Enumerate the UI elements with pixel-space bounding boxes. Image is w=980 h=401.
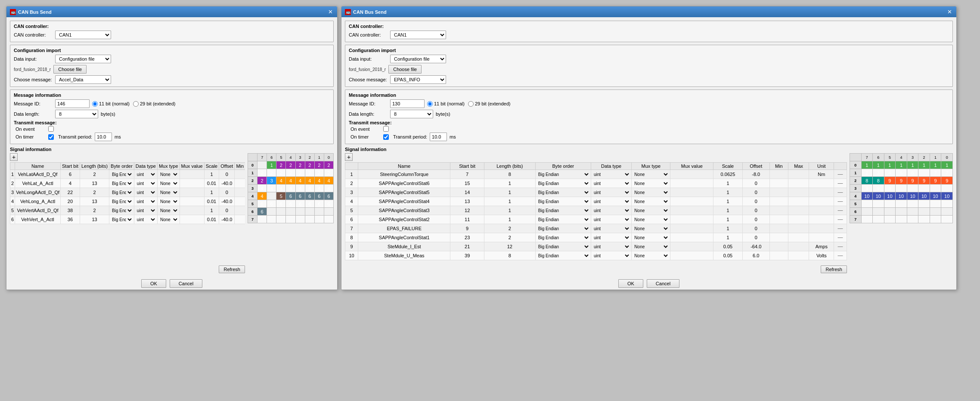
right-row-remove[interactable]: —: [834, 170, 847, 179]
left-on-timer-checkbox[interactable]: [48, 134, 54, 140]
right-add-signal-button[interactable]: +: [345, 153, 353, 161]
right-msg-id-input[interactable]: [390, 99, 425, 108]
right-row-max: [788, 224, 809, 233]
right-row-remove[interactable]: —: [834, 233, 847, 242]
left-row-datatype: uint: [134, 188, 157, 197]
right-row-max: [788, 251, 809, 260]
left-row-muxval: [180, 215, 204, 224]
right-bit-grid-row: 6: [850, 208, 953, 216]
right-controller-field-label: CAN controller:: [349, 32, 388, 37]
right-row-remove[interactable]: —: [834, 242, 847, 251]
right-file-name: ford_fusion_2018_r: [349, 67, 386, 72]
left-choose-message-label: Choose message:: [14, 77, 53, 82]
right-row-remove[interactable]: —: [834, 215, 847, 224]
left-row-byteorder: Big Endian: [109, 188, 134, 197]
left-29bit-radio[interactable]: [133, 101, 139, 107]
right-ok-button[interactable]: OK: [618, 279, 643, 288]
left-col-byteorder: Byte order: [109, 163, 134, 170]
left-row-name: VehVertAActl_D_Qf: [15, 206, 61, 215]
right-row-scale: 0.0625: [713, 170, 742, 179]
left-11bit-radio[interactable]: [92, 101, 98, 107]
right-row-length: 8: [484, 251, 535, 260]
right-row-remove[interactable]: —: [834, 251, 847, 260]
left-11bit-radio-label[interactable]: 11 bit (normal): [92, 101, 130, 107]
left-data-length-select[interactable]: 8: [55, 110, 98, 118]
left-data-input-select[interactable]: Configuration file: [55, 55, 111, 63]
right-dialog-title: CAN Bus Send: [353, 9, 387, 15]
right-29bit-radio-label[interactable]: 29 bit (extended): [468, 101, 511, 107]
right-on-timer-checkbox[interactable]: [383, 134, 389, 140]
right-row-datatype: uint: [591, 188, 631, 197]
right-close-button[interactable]: ✕: [946, 9, 953, 15]
left-row-byteorder: Big Endian: [109, 215, 134, 224]
right-col-byteorder: Byte order: [535, 163, 591, 170]
right-choose-file-button[interactable]: Choose file: [388, 65, 422, 74]
left-row-min: [235, 170, 245, 179]
left-bytes-label: byte(s): [101, 111, 115, 117]
right-row-remove[interactable]: —: [834, 206, 847, 215]
right-col-start: Start bit: [450, 163, 484, 170]
left-row-scale: 0.01: [204, 197, 219, 206]
left-row-offset: 0: [219, 206, 235, 215]
right-row-unit: Nm: [809, 170, 834, 179]
right-transmit-period-input[interactable]: [430, 133, 447, 141]
right-row-remove[interactable]: —: [834, 224, 847, 233]
left-row-datatype: uint: [134, 179, 157, 188]
right-row-scale: 1: [713, 215, 742, 224]
right-col-muxval: Mux value: [670, 163, 713, 170]
right-row-scale: 1: [713, 224, 742, 233]
right-on-event-checkbox[interactable]: [383, 126, 389, 132]
right-row-min: [769, 179, 788, 188]
left-bit-grid-row: 566666666: [248, 200, 334, 208]
left-msg-id-input[interactable]: [55, 99, 90, 108]
left-row-length: 13: [80, 179, 109, 188]
right-row-scale: 1: [713, 233, 742, 242]
right-on-timer-label: On timer: [350, 134, 381, 139]
right-row-num: 3: [345, 188, 358, 197]
right-row-remove[interactable]: —: [834, 197, 847, 206]
left-choose-message-select[interactable]: Accel_Data: [55, 75, 111, 84]
right-row-remove[interactable]: —: [834, 188, 847, 197]
right-row-start: 14: [450, 188, 484, 197]
right-msg-info-section: Message information Message ID: 11 bit (…: [345, 89, 953, 144]
right-col-muxtype: Mux type: [632, 163, 670, 170]
right-refresh-button[interactable]: Refresh: [821, 265, 847, 273]
left-close-button[interactable]: ✕: [327, 9, 334, 15]
right-config-label: Configuration import: [349, 48, 949, 53]
left-on-event-checkbox[interactable]: [48, 126, 54, 132]
right-11bit-radio[interactable]: [427, 101, 433, 107]
left-row-muxtype: None: [157, 179, 180, 188]
left-29bit-radio-label[interactable]: 29 bit (extended): [133, 101, 176, 107]
left-row-offset: 0: [219, 188, 235, 197]
right-row-remove[interactable]: —: [834, 179, 847, 188]
left-refresh-button[interactable]: Refresh: [219, 265, 245, 273]
right-row-unit: Amps: [809, 242, 834, 251]
left-row-muxval: [180, 179, 204, 188]
right-bottom-buttons: OK Cancel: [341, 277, 956, 290]
left-can-controller-select[interactable]: CAN1: [55, 31, 111, 39]
right-row-name: SAPPAngleControlStat5: [358, 188, 450, 197]
left-col-muxval: Mux value: [180, 163, 204, 170]
right-data-input-select[interactable]: Configuration file: [390, 55, 446, 63]
right-row-max: [788, 215, 809, 224]
right-col-scale: Scale: [713, 163, 742, 170]
left-bit-grid-row: 122222222: [248, 169, 334, 177]
right-choose-message-select[interactable]: EPAS_INFO: [390, 75, 446, 84]
right-data-length-select[interactable]: 8: [390, 110, 433, 118]
left-bottom-buttons: OK Cancel: [6, 277, 337, 290]
left-add-signal-button[interactable]: +: [10, 153, 18, 161]
right-29bit-radio[interactable]: [468, 101, 474, 107]
left-choose-file-button[interactable]: Choose file: [53, 65, 87, 74]
left-row-name: VehVert_A_Actl: [15, 215, 61, 224]
left-cancel-button[interactable]: Cancel: [170, 279, 202, 288]
left-bit-row-header: [248, 154, 257, 161]
left-ok-button[interactable]: OK: [141, 279, 166, 288]
right-row-num: 7: [345, 224, 358, 233]
right-11bit-radio-label[interactable]: 11 bit (normal): [427, 101, 465, 107]
left-transmit-period-input[interactable]: [95, 133, 112, 141]
right-can-controller-select[interactable]: CAN1: [390, 31, 446, 39]
right-row-length: 1: [484, 215, 535, 224]
right-row-max: [788, 197, 809, 206]
right-row-length: 1: [484, 206, 535, 215]
right-cancel-button[interactable]: Cancel: [647, 279, 679, 288]
